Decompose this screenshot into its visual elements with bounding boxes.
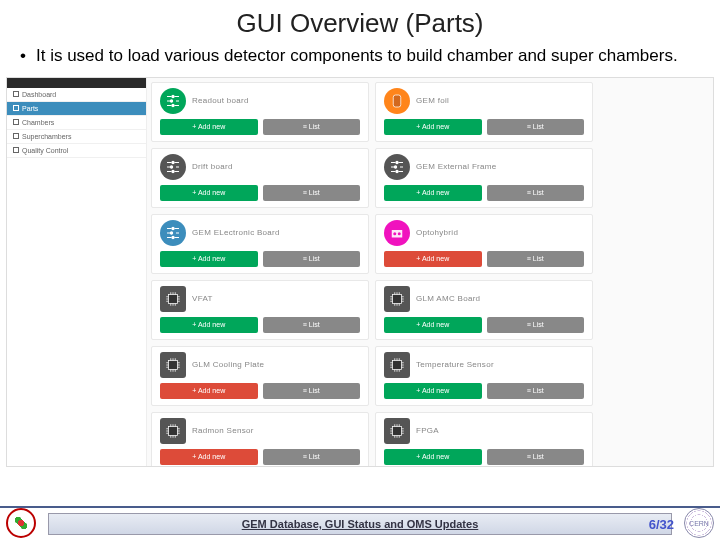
sidebar-item-parts[interactable]: Parts xyxy=(7,102,146,116)
add-new-button[interactable]: + Add new xyxy=(160,383,258,399)
svg-rect-68 xyxy=(169,426,178,435)
footer-text: GEM Database, GUI Status and OMS Updates xyxy=(242,518,479,530)
card-gem-external-frame: GEM External Frame+ Add new≡ List xyxy=(375,148,593,208)
bullet-text: It is used to load various detector comp… xyxy=(0,45,720,73)
sidebar-item-label: Parts xyxy=(22,105,38,112)
add-new-button[interactable]: + Add new xyxy=(384,449,482,465)
foil-icon xyxy=(384,88,410,114)
list-button[interactable]: ≡ List xyxy=(487,449,585,465)
card-glm-amc-board: GLM AMC Board+ Add new≡ List xyxy=(375,280,593,340)
opto-icon xyxy=(384,220,410,246)
card-title: VFAT xyxy=(192,294,213,303)
chip-icon xyxy=(160,352,186,378)
add-new-button[interactable]: + Add new xyxy=(160,185,258,201)
sidebar-header xyxy=(7,78,146,88)
slide-title: GUI Overview (Parts) xyxy=(0,0,720,45)
card-readout-board: Readout board+ Add new≡ List xyxy=(151,82,369,142)
sidebar-item-chambers[interactable]: Chambers xyxy=(7,116,146,130)
svg-point-7 xyxy=(396,161,398,163)
svg-point-14 xyxy=(393,232,396,235)
checkbox-icon xyxy=(13,105,19,111)
sidebar-item-label: Chambers xyxy=(22,119,54,126)
sidebar-item-label: Dashboard xyxy=(22,91,56,98)
page-number: 6/32 xyxy=(649,517,674,532)
svg-point-4 xyxy=(172,161,174,163)
checkbox-icon xyxy=(13,119,19,125)
svg-rect-81 xyxy=(393,426,402,435)
add-new-button[interactable]: + Add new xyxy=(160,317,258,333)
sidebar-item-quality-control[interactable]: Quality Control xyxy=(7,144,146,158)
chip-icon xyxy=(160,286,186,312)
list-button[interactable]: ≡ List xyxy=(487,383,585,399)
svg-point-1 xyxy=(170,100,172,102)
card-title: Drift board xyxy=(192,162,233,171)
card-glm-cooling-plate: GLM Cooling Plate+ Add new≡ List xyxy=(151,346,369,406)
sidebar-item-label: Quality Control xyxy=(22,147,68,154)
checkbox-icon xyxy=(13,147,19,153)
svg-point-0 xyxy=(172,95,174,97)
svg-rect-3 xyxy=(393,95,401,107)
list-button[interactable]: ≡ List xyxy=(263,185,361,201)
card-title: FPGA xyxy=(416,426,439,435)
app-screenshot: DashboardPartsChambersSuperchambersQuali… xyxy=(6,77,714,467)
card-title: Readout board xyxy=(192,96,249,105)
svg-rect-55 xyxy=(393,360,402,369)
list-button[interactable]: ≡ List xyxy=(487,317,585,333)
card-title: GLM Cooling Plate xyxy=(192,360,264,369)
svg-point-8 xyxy=(394,166,396,168)
list-button[interactable]: ≡ List xyxy=(263,251,361,267)
sidebar: DashboardPartsChambersSuperchambersQuali… xyxy=(7,78,147,466)
list-button[interactable]: ≡ List xyxy=(487,185,585,201)
circuit-icon xyxy=(160,88,186,114)
list-button[interactable]: ≡ List xyxy=(263,449,361,465)
card-temperature-sensor: Temperature Sensor+ Add new≡ List xyxy=(375,346,593,406)
chip-icon xyxy=(384,286,410,312)
svg-rect-42 xyxy=(169,360,178,369)
list-button[interactable]: ≡ List xyxy=(263,383,361,399)
circuit-icon xyxy=(160,220,186,246)
card-optohybrid: Optohybrid+ Add new≡ List xyxy=(375,214,593,274)
add-new-button[interactable]: + Add new xyxy=(384,251,482,267)
card-title: GEM External Frame xyxy=(416,162,497,171)
add-new-button[interactable]: + Add new xyxy=(160,251,258,267)
card-title: GEM ELectronic Board xyxy=(192,228,280,237)
svg-point-5 xyxy=(170,166,172,168)
svg-point-15 xyxy=(398,232,401,235)
checkbox-icon xyxy=(13,91,19,97)
logo-right-cern: CERN xyxy=(684,508,714,538)
sidebar-item-label: Superchambers xyxy=(22,133,71,140)
svg-point-11 xyxy=(170,232,172,234)
cards-grid: Readout board+ Add new≡ ListGEM foil+ Ad… xyxy=(147,78,713,466)
chip-icon xyxy=(160,418,186,444)
add-new-button[interactable]: + Add new xyxy=(160,119,258,135)
chip-icon xyxy=(384,352,410,378)
list-button[interactable]: ≡ List xyxy=(263,317,361,333)
card-title: Optohybrid xyxy=(416,228,458,237)
circuit-icon xyxy=(160,154,186,180)
sidebar-item-superchambers[interactable]: Superchambers xyxy=(7,130,146,144)
logo-left xyxy=(6,508,36,538)
svg-rect-29 xyxy=(393,294,402,303)
circuit-icon xyxy=(384,154,410,180)
add-new-button[interactable]: + Add new xyxy=(384,119,482,135)
card-title: Radmon Sensor xyxy=(192,426,254,435)
list-button[interactable]: ≡ List xyxy=(263,119,361,135)
svg-point-12 xyxy=(172,236,174,238)
list-button[interactable]: ≡ List xyxy=(487,251,585,267)
add-new-button[interactable]: + Add new xyxy=(384,383,482,399)
svg-point-9 xyxy=(396,170,398,172)
svg-point-10 xyxy=(172,227,174,229)
svg-rect-16 xyxy=(169,294,178,303)
svg-point-2 xyxy=(172,104,174,106)
chip-icon xyxy=(384,418,410,444)
add-new-button[interactable]: + Add new xyxy=(160,449,258,465)
add-new-button[interactable]: + Add new xyxy=(384,317,482,333)
checkbox-icon xyxy=(13,133,19,139)
card-gem-electronic-board: GEM ELectronic Board+ Add new≡ List xyxy=(151,214,369,274)
sidebar-item-dashboard[interactable]: Dashboard xyxy=(7,88,146,102)
add-new-button[interactable]: + Add new xyxy=(384,185,482,201)
card-title: Temperature Sensor xyxy=(416,360,494,369)
slide-footer: GEM Database, GUI Status and OMS Updates… xyxy=(0,506,720,540)
card-title: GEM foil xyxy=(416,96,449,105)
list-button[interactable]: ≡ List xyxy=(487,119,585,135)
